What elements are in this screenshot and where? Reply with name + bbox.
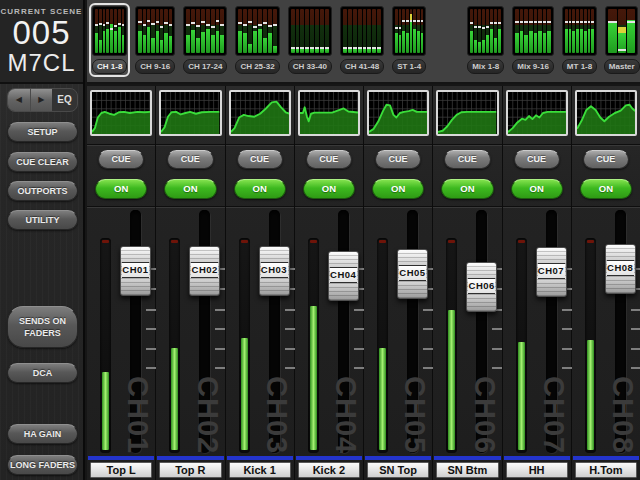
meter-bar [211,9,215,53]
fader-scale-tick [215,328,225,330]
fader-cap[interactable]: CH03 [259,246,290,296]
meter-level [103,31,106,53]
cue-button[interactable]: CUE [237,150,283,169]
eq-curve-thumbnail[interactable] [90,90,152,136]
fader-position-dash [201,21,205,23]
meter-level [529,31,533,53]
eq-curve-thumbnail[interactable] [506,90,568,136]
channel-on-button[interactable]: ON [303,179,355,199]
eq-curve-thumbnail[interactable] [367,90,429,136]
cue-button[interactable]: CUE [306,150,352,169]
meter-bar [547,9,551,53]
meter-bar [156,9,159,53]
fader-cap[interactable]: CH05 [397,249,428,299]
bank-tab-ch-25-32[interactable]: CH 25-32 [232,3,282,77]
scribble-strip-color-bar [88,456,154,460]
fader-position-dash [238,22,242,24]
meter-bar [584,9,587,53]
meter-bar [248,9,252,53]
fader-cap[interactable]: CH02 [189,246,220,296]
meter-bar [363,9,367,53]
cue-button[interactable]: CUE [514,150,560,169]
cue-button[interactable]: CUE [375,150,421,169]
fader-position-dash [413,20,416,22]
channel-name-box[interactable]: SN Btm [436,462,498,478]
meter-level [263,38,267,53]
fader-cap[interactable]: CH08 [605,244,636,294]
bank-tab-label: Mix 9-16 [512,59,554,74]
channel-strip-ch05: CUEONCH05CH05SN Top [364,86,432,480]
channel-on-button[interactable]: ON [234,179,286,199]
channel-on-button[interactable]: ON [580,179,632,199]
meter-bar [343,9,347,53]
eq-curve-thumbnail[interactable] [575,90,637,136]
meter-level [156,31,159,53]
fader-cap[interactable]: CH01 [120,246,151,296]
channel-name-box[interactable]: Kick 2 [298,462,360,478]
channel-name-box[interactable]: Kick 1 [229,462,291,478]
bank-tab-ch-41-48[interactable]: CH 41-48 [337,3,387,77]
dca-button[interactable]: DCA [7,363,78,383]
fader-cap[interactable]: CH07 [536,247,567,297]
fader-cap[interactable]: CH04 [328,251,359,301]
scene-number: 005 [0,16,83,50]
utility-button[interactable]: UTILITY [7,210,78,230]
cue-button[interactable]: CUE [98,150,144,169]
long-faders-button[interactable]: LONG FADERS [7,455,78,475]
channel-on-button[interactable]: ON [441,179,493,199]
fader-position-dash [520,21,524,23]
prev-bank-button[interactable]: ◀ [8,89,31,111]
eq-curve-thumbnail[interactable] [436,90,498,136]
meter-level [325,49,329,53]
fader-position-dash [534,21,538,23]
bank-tab-mix-9-16[interactable]: Mix 9-16 [509,3,557,77]
channel-on-button[interactable]: ON [511,179,563,199]
meter-bar [220,9,224,53]
channel-on-button[interactable]: ON [95,179,147,199]
eq-curve-thumbnail[interactable] [229,90,291,136]
meter-level [114,31,117,53]
bank-tab-ch-9-16[interactable]: CH 9-16 [132,3,178,77]
channel-on-button[interactable]: ON [372,179,424,199]
bank-tab-ch-17-24[interactable]: CH 17-24 [180,3,230,77]
bank-tab-ch-33-40[interactable]: CH 33-40 [285,3,335,77]
channel-name-box[interactable]: H.Tom [575,462,637,478]
fader-cap[interactable]: CH06 [466,262,497,312]
cue-button[interactable]: CUE [167,150,213,169]
meter-level [565,29,568,53]
channel-on-button[interactable]: ON [164,179,216,199]
bank-tab-ch-1-8[interactable]: CH 1-8 [89,3,130,77]
bank-meter-thumbnail [467,6,504,56]
meter-bar [110,9,113,53]
cue-button[interactable]: CUE [583,150,629,169]
bank-tab-master[interactable]: Master [602,3,640,77]
sends-on-faders-button[interactable]: SENDS ON FADERS [7,306,78,348]
fader-position-dash [608,21,616,23]
meter-level [296,49,300,53]
bank-tab-mix-1-8[interactable]: Mix 1-8 [464,3,507,77]
meter-level [524,35,528,53]
meter-level [160,40,163,53]
channel-name-box[interactable]: Top L [90,462,152,478]
channel-name-box[interactable]: HH [506,462,568,478]
channel-name-box[interactable]: Top R [159,462,221,478]
eq-curve-thumbnail[interactable] [298,90,360,136]
meter-bar [263,9,267,53]
setup-button[interactable]: SETUP [7,122,78,142]
meter-bar [627,9,635,53]
fader-position-dash [580,21,583,23]
meter-level [310,306,317,450]
next-bank-button[interactable]: ▶ [31,89,53,111]
ha-gain-button[interactable]: HA GAIN [7,424,78,444]
outports-button[interactable]: OUTPORTS [7,181,78,201]
meter-level [486,35,489,53]
bank-tab-mt-1-8[interactable]: MT 1-8 [559,3,600,77]
divider [87,144,155,146]
cue-clear-button[interactable]: CUE CLEAR [7,152,78,172]
eq-curve-thumbnail[interactable] [159,90,221,136]
channel-name-box[interactable]: SN Top [367,462,429,478]
cue-button[interactable]: CUE [444,150,490,169]
fader-position-dash [494,22,497,24]
bank-tab-st-1-4[interactable]: ST 1-4 [389,3,429,77]
fader-position-dash [482,27,485,29]
